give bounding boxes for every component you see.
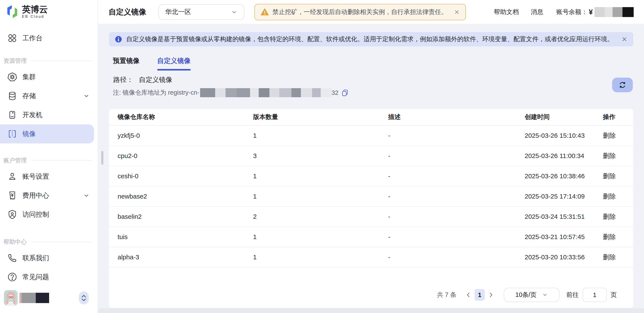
version-count: 1 xyxy=(253,193,388,200)
sidebar-section-resources: 资源管理 xyxy=(4,58,98,64)
billing-icon xyxy=(7,191,17,200)
kubernetes-icon xyxy=(7,72,17,82)
page-size-selector[interactable]: 10条/页 xyxy=(504,288,559,302)
copy-icon[interactable] xyxy=(341,89,349,97)
sidebar-item-contact-us[interactable]: 联系我们 xyxy=(0,248,98,267)
account-switcher-button[interactable] xyxy=(79,291,89,304)
phone-icon xyxy=(7,253,17,263)
version-count: 1 xyxy=(253,172,388,180)
section-label: 帮助中心 xyxy=(4,238,27,246)
info-banner-close-icon[interactable] xyxy=(621,36,628,43)
page-size-value: 10条/页 xyxy=(516,290,536,299)
version-count: 1 xyxy=(253,233,388,241)
created-time: 2025-03-26 10:38:46 xyxy=(525,172,603,180)
table-row: ceshi-0 1 - 2025-03-26 10:38:46 删除 xyxy=(109,166,633,186)
messages-link[interactable]: 消息 xyxy=(531,8,544,16)
delete-link[interactable]: 删除 xyxy=(603,253,633,262)
version-count: 2 xyxy=(253,213,388,220)
tab-custom-images[interactable]: 自定义镜像 xyxy=(157,56,190,71)
warning-banner: 禁止挖矿，一经发现后自动删除相关实例，自行承担法律责任。 xyxy=(254,4,466,20)
warning-text: 禁止挖矿，一经发现后自动删除相关实例，自行承担法律责任。 xyxy=(272,8,447,16)
table-row: cpu2-0 3 - 2025-03-26 11:00:34 删除 xyxy=(109,146,633,166)
table-header-row: 镜像仓库名称 版本数量 描述 创建时间 操作 xyxy=(109,109,633,126)
breadcrumb: 路径： 自定义镜像 xyxy=(109,76,633,83)
page-number-button[interactable]: 1 xyxy=(474,289,485,301)
section-divider xyxy=(32,61,92,61)
description: - xyxy=(388,132,525,139)
next-page-icon[interactable] xyxy=(489,292,494,298)
image-name-link[interactable]: yzkfj5-0 xyxy=(109,132,253,139)
avatar[interactable] xyxy=(4,290,18,306)
sidebar-item-faq[interactable]: 常见问题 xyxy=(0,267,98,286)
table-row: yzkfj5-0 1 - 2025-03-26 15:10:43 删除 xyxy=(109,126,633,146)
delete-link[interactable]: 删除 xyxy=(603,192,633,201)
chevron-down-icon[interactable] xyxy=(83,192,90,199)
description: - xyxy=(388,253,525,261)
sidebar-item-label: 费用中心 xyxy=(22,191,49,200)
image-name-link[interactable]: baselin2 xyxy=(109,213,253,220)
database-icon xyxy=(7,91,17,101)
sidebar-item-label: 常见问题 xyxy=(22,272,49,281)
delete-link[interactable]: 删除 xyxy=(603,212,633,221)
delete-link[interactable]: 删除 xyxy=(603,131,633,140)
created-time: 2025-03-20 10:33:56 xyxy=(525,253,603,261)
workbench-icon xyxy=(7,33,17,43)
warning-close-icon[interactable] xyxy=(454,9,460,15)
refresh-button[interactable] xyxy=(612,78,633,92)
sidebar-item-cluster[interactable]: 集群 xyxy=(0,68,98,86)
section-label: 资源管理 xyxy=(4,57,27,65)
chevron-down-icon[interactable] xyxy=(83,93,90,99)
sidebar-item-label: 联系我们 xyxy=(22,253,49,262)
created-time: 2025-03-26 11:00:34 xyxy=(525,152,603,160)
section-label: 账户管理 xyxy=(4,157,27,164)
sidebar-item-images[interactable]: 镜像 xyxy=(0,124,94,143)
main-content: 自定义镜像是基于预置镜像或从零构建的镜像，包含特定的环境、配置、软件或优化。适用… xyxy=(98,24,644,313)
sidebar-item-storage[interactable]: 存储 xyxy=(0,86,98,105)
sidebar-item-devbox[interactable]: 开发机 xyxy=(0,105,98,124)
sidebar: 英博云 EB Cloud 工作台 资源管理 集群 xyxy=(0,0,98,313)
image-name-link[interactable]: cpu2-0 xyxy=(109,152,253,160)
sidebar-item-label: 访问控制 xyxy=(22,210,49,219)
path-label: 路径： xyxy=(113,75,133,84)
goto-label: 前往 xyxy=(566,290,579,299)
image-name-link[interactable]: newbase2 xyxy=(109,193,253,200)
sidebar-item-label: 工作台 xyxy=(22,34,42,43)
sidebar-item-account-settings[interactable]: 账号设置 xyxy=(0,167,98,186)
brand-logo-icon xyxy=(6,5,18,19)
image-name-link[interactable]: alpha-3 xyxy=(109,253,253,261)
registry-note-prefix: 注: 镜像仓库地址为 registry-cn- xyxy=(113,88,199,97)
description: - xyxy=(388,213,525,220)
delete-link[interactable]: 删除 xyxy=(603,152,633,160)
sidebar-section-help: 帮助中心 xyxy=(4,239,98,245)
column-header-versions: 版本数量 xyxy=(253,113,388,121)
pagination: 共 7 条 1 10条/页 前往 页 xyxy=(109,287,633,302)
region-selector[interactable]: 华北一区 xyxy=(158,4,244,20)
sidebar-item-label: 集群 xyxy=(22,72,36,82)
image-name-link[interactable]: tuis xyxy=(109,233,253,241)
image-name-link[interactable]: ceshi-0 xyxy=(109,172,253,180)
goto-page-input[interactable] xyxy=(582,288,607,302)
chevron-down-icon xyxy=(231,9,238,16)
delete-link[interactable]: 删除 xyxy=(603,172,633,181)
warning-icon xyxy=(260,8,269,16)
topbar: 自定义镜像 华北一区 禁止挖矿，一经发现后自动删除相关实例，自行承担法律责任。 … xyxy=(98,0,644,24)
sidebar-item-label: 账号设置 xyxy=(22,172,49,181)
created-time: 2025-03-24 15:31:51 xyxy=(525,213,603,220)
description: - xyxy=(388,233,525,241)
image-icon xyxy=(7,129,17,139)
registry-note-suffix: 32 xyxy=(332,89,338,96)
sidebar-scrollbar-thumb[interactable] xyxy=(101,151,104,165)
prev-page-icon[interactable] xyxy=(466,292,470,298)
sidebar-item-label: 开发机 xyxy=(22,110,42,119)
column-header-name: 镜像仓库名称 xyxy=(109,113,253,121)
info-banner: 自定义镜像是基于预置镜像或从零构建的镜像，包含特定的环境、配置、软件或优化。适用… xyxy=(109,32,633,46)
tab-preset-images[interactable]: 预置镜像 xyxy=(113,56,140,71)
sidebar-item-access-control[interactable]: 访问控制 xyxy=(0,205,98,224)
sidebar-item-billing[interactable]: 费用中心 xyxy=(0,186,98,205)
delete-link[interactable]: 删除 xyxy=(603,233,633,241)
sidebar-section-account: 账户管理 xyxy=(4,157,98,164)
page-title: 自定义镜像 xyxy=(108,7,146,17)
sidebar-item-workbench[interactable]: 工作台 xyxy=(0,29,98,48)
help-docs-link[interactable]: 帮助文档 xyxy=(494,8,519,16)
table-row: tuis 1 - 2025-03-21 10:57:45 删除 xyxy=(109,227,633,247)
